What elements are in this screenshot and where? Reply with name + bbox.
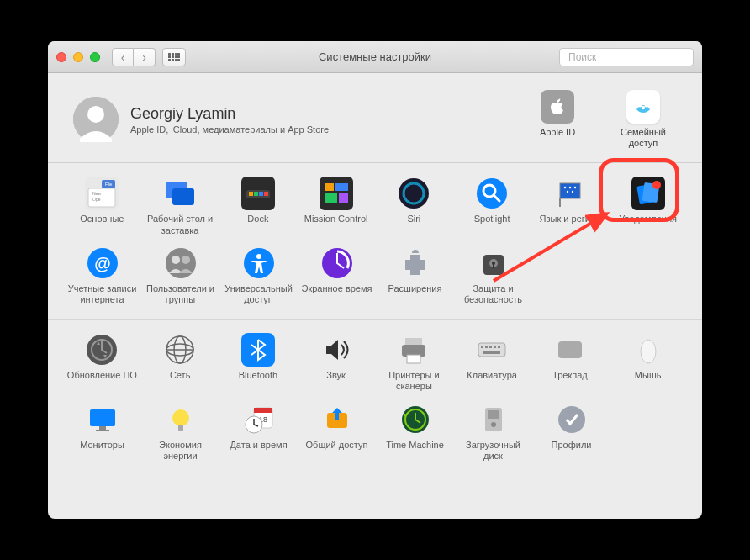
svg-point-91 [491,422,496,427]
minimize-button[interactable] [73,52,83,62]
energy-saver-item[interactable]: Экономия энергии [141,399,219,468]
svg-point-74 [641,340,656,363]
section-personal: FileNewOpe Основные Рабочий стол и заста… [48,163,702,320]
section1-row1: FileNewOpe Основные Рабочий стол и заста… [63,173,687,242]
sound-icon [320,333,353,367]
svg-rect-54 [493,263,494,268]
mouse-icon [631,333,665,367]
screen-time-item[interactable]: Экранное время [298,243,376,312]
screen-time-icon [320,246,354,280]
bluetooth-item[interactable]: Bluetooth [219,330,298,399]
internet-accounts-item[interactable]: @ Учетные записи интернета [63,243,141,312]
svg-rect-25 [339,193,348,203]
mouse-label: Мышь [635,370,662,392]
printers-scanners-item[interactable]: Принтеры и сканеры [375,330,453,399]
maximize-button[interactable] [90,52,100,62]
svg-point-36 [574,187,576,188]
account-row: Georgiy Lyamin Apple ID, iCloud, медиама… [48,73,702,163]
apple-id-item[interactable]: Apple ID [524,90,591,149]
svg-point-42 [652,181,661,189]
network-label: Сеть [170,370,190,392]
time-machine-icon [399,403,432,436]
language-region-item[interactable]: Язык и регион [531,173,610,242]
general-item[interactable]: FileNewOpe Основные [63,173,141,242]
family-sharing-item[interactable]: Семейный доступ [610,90,677,149]
startup-disk-label: Загрузочный диск [456,440,531,462]
mouse-item[interactable]: Мышь [609,330,687,399]
section2-row1: Обновление ПО Сеть Bluetooth Звук Принте… [63,330,687,399]
svg-text:Ope: Ope [92,197,101,202]
language-region-icon [553,177,587,210]
svg-rect-18 [254,192,258,196]
sharing-item[interactable]: Общий доступ [298,399,376,468]
dock-label: Dock [247,214,268,235]
back-button[interactable]: ‹ [112,48,134,66]
svg-rect-75 [90,409,115,426]
notifications-item[interactable]: Уведомления [609,173,687,242]
svg-point-5 [645,103,649,108]
svg-rect-73 [558,341,582,358]
avatar[interactable] [73,97,119,142]
svg-point-28 [477,178,507,209]
general-icon: FileNewOpe [85,177,119,210]
desktop-screensaver-item[interactable]: Рабочий стол и заставка [141,173,219,242]
trackpad-item[interactable]: Трекпад [531,330,610,399]
svg-point-46 [172,256,180,264]
svg-point-49 [256,254,261,259]
forward-button[interactable]: › [134,48,156,66]
dock-item[interactable]: Dock [219,173,298,242]
keyboard-icon [475,333,509,367]
sound-item[interactable]: Звук [297,330,375,399]
spotlight-icon [475,177,509,210]
svg-text:File: File [105,182,112,187]
startup-disk-item[interactable]: Загрузочный диск [454,399,532,468]
siri-item[interactable]: Siri [375,173,453,242]
svg-rect-81 [254,408,272,413]
extensions-icon [399,246,432,280]
software-update-item[interactable]: Обновление ПО [63,330,141,399]
show-all-button[interactable] [162,48,186,66]
svg-point-3 [87,106,104,123]
svg-rect-23 [335,183,348,191]
svg-rect-19 [259,192,263,196]
account-name: Georgiy Lyamin [130,105,524,123]
svg-rect-22 [325,183,334,191]
traffic-lights [56,52,100,62]
bluetooth-label: Bluetooth [239,370,277,392]
spotlight-item[interactable]: Spotlight [453,173,531,242]
displays-item[interactable]: Мониторы [63,399,141,468]
svg-point-38 [572,191,573,193]
accessibility-item[interactable]: Универсальный доступ [219,243,298,312]
bluetooth-icon [241,333,275,367]
svg-point-34 [564,187,566,188]
profiles-icon [555,403,589,436]
extensions-label: Расширения [388,283,442,305]
energy-saver-icon [164,403,198,436]
close-button[interactable] [56,52,66,62]
general-label: Основные [80,214,124,235]
nav-buttons: ‹ › [112,48,156,66]
svg-rect-76 [99,426,106,430]
search-input[interactable] [568,51,695,63]
keyboard-item[interactable]: Клавиатура [453,330,531,399]
family-sharing-icon [626,90,660,124]
siri-icon [397,177,430,210]
security-item[interactable]: Защита и безопасность [454,243,532,312]
notifications-icon [631,177,665,210]
mission-control-item[interactable]: Mission Control [297,173,375,242]
network-item[interactable]: Сеть [141,330,219,399]
profiles-item[interactable]: Профили [532,399,610,468]
svg-rect-20 [264,192,268,196]
svg-rect-31 [560,183,580,198]
apple-id-label: Apple ID [540,127,575,138]
extensions-item[interactable]: Расширения [376,243,454,312]
sound-label: Звук [326,370,346,392]
printers-icon [397,333,430,367]
svg-text:New: New [92,191,101,196]
users-groups-item[interactable]: Пользователи и группы [141,243,219,312]
svg-point-6 [642,106,645,109]
account-text: Georgiy Lyamin Apple ID, iCloud, медиама… [130,105,524,135]
date-time-item[interactable]: 18 Дата и время [219,399,298,468]
time-machine-item[interactable]: Time Machine [376,399,454,468]
search-box[interactable] [559,48,694,66]
